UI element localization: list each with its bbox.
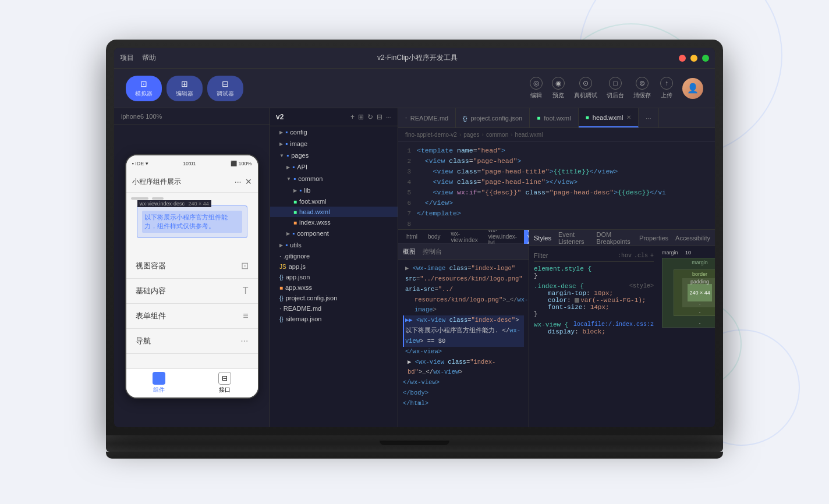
html-code: ▶ <wx-image class="index-logo" src="../r… (398, 260, 529, 427)
nav-item-views: 视图容器 ⊡ (126, 253, 258, 279)
new-folder-icon[interactable]: ⊞ (358, 113, 364, 121)
file-item-index-wxss[interactable]: ■ index.wxss (270, 217, 398, 228)
file-item-config[interactable]: ▶ ▪ config (270, 126, 398, 138)
filter-hov[interactable]: :hov (618, 253, 632, 259)
panel-tab-properties[interactable]: Properties (639, 235, 668, 242)
file-item-project-config[interactable]: {} project.config.json (270, 293, 398, 303)
phone-preview: ▪ IDE ▾ 10:01 ⬛ 100% 小程序组件展示 ··· ✕ (114, 125, 270, 427)
bc-html[interactable]: html (403, 232, 421, 241)
panel-tab-dom-breakpoints[interactable]: DOM Breakpoints (597, 231, 632, 245)
code-line-5: 5 <view wx:if="{{desc}}" class="page-hea… (398, 189, 715, 199)
file-item-head-wxml[interactable]: ■ head.wxml (270, 207, 398, 217)
filter-actions: :hov .cls + (618, 253, 654, 259)
window-close-btn[interactable] (679, 55, 686, 62)
tab-project-config[interactable]: {} project.config.json (456, 108, 530, 127)
toolbar: ⊡ 模拟器 ⊞ 编辑器 ⊟ 调试器 ◎ 编辑 (114, 69, 715, 108)
file-item-app-json[interactable]: {} app.json (270, 272, 398, 282)
more-icon[interactable]: ··· (386, 113, 392, 121)
panel-tab-console[interactable]: 控制台 (423, 247, 442, 256)
file-item-sitemap[interactable]: {} sitemap.json (270, 314, 398, 324)
file-item-component[interactable]: ▶ ▪ component (270, 228, 398, 239)
file-item-common[interactable]: ▼ ▪ common (270, 173, 398, 184)
styles-left: :hov .cls + element.style { } (529, 246, 658, 427)
dom-breadcrumb: html body wx-view.index wx-view.index-hd… (398, 230, 529, 244)
box-model-diagram: margin border - padding - (662, 258, 715, 328)
file-tree-actions: + ⊞ ↻ ⊟ ··· (350, 113, 392, 121)
file-item-gitignore[interactable]: · .gitignore (270, 251, 398, 261)
tab-foot-wxml[interactable]: ■ foot.wxml (530, 108, 579, 127)
bc-wx-view-index[interactable]: wx-view.index (448, 230, 481, 244)
laptop-container: 项目 帮助 v2-FinClip小程序开发工具 ⊡ 模拟器 (106, 40, 723, 464)
file-tree-header: v2 + ⊞ ↻ ⊟ ··· (270, 108, 398, 126)
menu-item-help[interactable]: 帮助 (142, 53, 156, 63)
toolbar-actions: ◎ 编辑 ◉ 预览 ⊙ 真机调试 □ 切后台 (530, 77, 703, 100)
box-model: margin 10 margin border - padding (658, 246, 715, 427)
file-item-image[interactable]: ▶ ▪ image (270, 138, 398, 150)
filter-add[interactable]: + (650, 253, 654, 259)
title-bar-left: 项目 帮助 (120, 53, 156, 63)
filter-bar: :hov .cls + (534, 250, 654, 262)
refresh-icon[interactable]: ↻ (367, 113, 373, 121)
code-line-2: 2 <view class="page-head"> (398, 157, 715, 168)
html-panel: html body wx-view.index wx-view.index-hd… (398, 230, 529, 427)
panel-tab-styles[interactable]: Styles (534, 235, 551, 242)
style-rule-index-desc: .index-desc { <style> margin-top: 10px; … (534, 283, 654, 318)
file-item-app-wxss[interactable]: ■ app.wxss (270, 282, 398, 293)
styles-panel-tabs: Styles Event Listeners DOM Breakpoints P… (529, 230, 715, 246)
action-clear-cache[interactable]: ⊚ 清缓存 (633, 77, 651, 100)
tab-components[interactable]: ⊞ 组件 (153, 372, 165, 394)
preview-panel: iphone6 100% ▪ IDE ▾ 10:01 ⬛ 100% (114, 108, 270, 427)
tab-readme[interactable]: · README.md (398, 108, 456, 127)
action-background[interactable]: □ 切后台 (607, 77, 624, 100)
preview-header: iphone6 100% (114, 108, 270, 125)
tab-more[interactable]: ··· (639, 108, 658, 127)
action-upload[interactable]: ↑ 上传 (660, 77, 673, 100)
style-rule-wx-view: wx-view { localfile:/.index.css:2 displa… (534, 321, 654, 335)
tab-head-wxml[interactable]: ■ head.wxml ✕ (579, 108, 639, 127)
phone-frame: ▪ IDE ▾ 10:01 ⬛ 100% 小程序组件展示 ··· ✕ (125, 154, 259, 399)
action-preview[interactable]: ◉ 预览 (552, 77, 565, 100)
file-item-foot-wxml[interactable]: ■ foot.wxml (270, 196, 398, 207)
filter-input[interactable] (534, 252, 614, 259)
selected-element: wx-view.index-desc 240 × 44 以下将展示小程序官方组件… (137, 205, 247, 239)
bc-body[interactable]: body (424, 232, 444, 241)
code-line-6: 6 </view> (398, 199, 715, 210)
panel-tab-overview[interactable]: 概图 (403, 247, 416, 256)
action-edit[interactable]: ◎ 编辑 (530, 77, 543, 100)
file-item-lib[interactable]: ▶ ▪ lib (270, 184, 398, 196)
action-device-debug[interactable]: ⊙ 真机调试 (574, 77, 597, 100)
file-tree-panel: v2 + ⊞ ↻ ⊟ ··· ▶ ▪ config (270, 108, 398, 427)
window-minimize-btn[interactable] (690, 55, 697, 62)
window-controls (679, 55, 709, 62)
laptop-base (106, 435, 723, 452)
file-item-readme[interactable]: · README.md (270, 303, 398, 314)
window-maximize-btn[interactable] (702, 55, 709, 62)
simulator-button[interactable]: ⊡ 模拟器 (126, 76, 162, 101)
file-item-utils[interactable]: ▶ ▪ utils (270, 239, 398, 251)
tab-interface[interactable]: ⊟ 接口 (218, 372, 231, 394)
file-item-app-js[interactable]: JS app.js (270, 261, 398, 272)
user-avatar[interactable]: 👤 (682, 78, 703, 99)
panel-tab-event-listeners[interactable]: Event Listeners (558, 231, 590, 245)
main-content: iphone6 100% ▪ IDE ▾ 10:01 ⬛ 100% (114, 108, 715, 427)
panel-tab-accessibility[interactable]: Accessibility (675, 235, 710, 242)
debugger-button[interactable]: ⊟ 调试器 (207, 76, 243, 101)
tab-close-head-wxml[interactable]: ✕ (626, 114, 631, 120)
file-item-api[interactable]: ▶ ▪ API (270, 161, 398, 173)
phone-status-bar: ▪ IDE ▾ 10:01 ⬛ 100% (126, 155, 258, 172)
code-editor[interactable]: 1 <template name="head"> 2 <view class="… (398, 142, 715, 229)
menu-item-project[interactable]: 项目 (120, 53, 134, 63)
phone-title-actions: ··· ✕ (235, 177, 252, 186)
filter-cls[interactable]: .cls (634, 253, 648, 259)
bottom-panels: html body wx-view.index wx-view.index-hd… (398, 229, 715, 427)
editor-button[interactable]: ⊞ 编辑器 (166, 76, 203, 101)
collapse-icon[interactable]: ⊟ (377, 113, 382, 121)
new-file-icon[interactable]: + (350, 113, 355, 121)
styles-panel: Styles Event Listeners DOM Breakpoints P… (529, 230, 715, 427)
file-item-pages[interactable]: ▼ ▪ pages (270, 150, 398, 161)
toolbar-left: ⊡ 模拟器 ⊞ 编辑器 ⊟ 调试器 (126, 76, 243, 101)
phone-nav-items: 视图容器 ⊡ 基础内容 T 表单组件 ≡ (126, 249, 258, 359)
phone-title-bar: 小程序组件展示 ··· ✕ (126, 172, 258, 193)
code-line-8: 8 (398, 220, 715, 229)
nav-item-nav: 导航 ··· (126, 329, 258, 354)
